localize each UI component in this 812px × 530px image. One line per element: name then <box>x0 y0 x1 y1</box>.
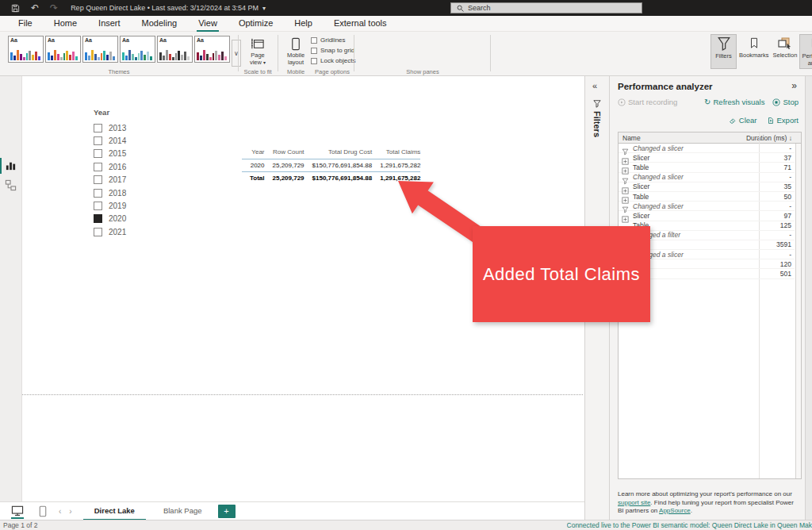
stop-button[interactable]: Stop <box>772 98 799 106</box>
checkbox-snap-to-grid[interactable]: Snap to grid <box>311 47 355 54</box>
menu-tab-home[interactable]: Home <box>51 16 80 32</box>
perf-event-row[interactable]: Slicer37 <box>619 153 795 163</box>
theme-2[interactable]: Aa <box>45 36 81 63</box>
slicer-item-2013[interactable]: 2013 <box>94 121 126 134</box>
scrollbar[interactable] <box>795 144 801 478</box>
filter-icon <box>622 202 629 209</box>
checkbox-unchecked[interactable] <box>94 189 102 198</box>
checkbox-unchecked[interactable] <box>94 124 102 132</box>
search-box[interactable] <box>450 2 642 13</box>
page-boundary-line <box>22 394 583 395</box>
checkbox-unchecked[interactable] <box>94 202 102 210</box>
bar <box>29 51 31 60</box>
performance-analyzer-icon <box>802 35 812 52</box>
checkbox-unchecked[interactable] <box>94 163 102 171</box>
performance-analyzer-pane-button[interactable]: Performanceanalyzer <box>799 34 812 69</box>
prev-page-icon[interactable]: ‹ <box>59 507 61 516</box>
menu-tab-modeling[interactable]: Modeling <box>139 16 181 32</box>
perf-event-row[interactable]: Table50 <box>619 192 795 202</box>
name-column-header[interactable]: Name <box>622 134 641 142</box>
search-input[interactable] <box>468 4 619 12</box>
divider <box>238 35 239 71</box>
next-page-icon[interactable]: › <box>69 507 71 516</box>
perf-event-row[interactable]: Table71 <box>619 163 795 172</box>
export-button[interactable]: Export <box>767 116 799 125</box>
collapse-pane-icon[interactable]: » <box>791 80 797 91</box>
checkbox-label: Gridlines <box>320 36 346 44</box>
year-slicer-visual[interactable]: Year 20132014201520162017201820192020202… <box>94 108 126 239</box>
menu-tab-external-tools[interactable]: External tools <box>331 16 390 32</box>
filters-pane-button[interactable]: Filters <box>710 34 737 69</box>
redo-icon[interactable]: ↷ <box>50 0 58 16</box>
selection-pane-button[interactable]: Selection <box>772 34 799 69</box>
model-view-icon[interactable] <box>5 179 17 192</box>
slicer-item-2016[interactable]: 2016 <box>94 160 126 173</box>
perf-event-row[interactable]: Changed a slicer- <box>619 144 795 153</box>
appsource-link[interactable]: AppSource <box>659 507 691 514</box>
page-tab-blank-page[interactable]: Blank Page <box>149 502 216 520</box>
perf-event-row[interactable]: Changed a slicer- <box>619 173 795 182</box>
menu-tab-file[interactable]: File <box>15 16 36 32</box>
theme-mini-chart <box>10 48 41 60</box>
slicer-item-2018[interactable]: 2018 <box>94 186 126 199</box>
duration-column-header[interactable]: Duration (ms) ↓ <box>746 134 792 142</box>
annotation-box: Added Total Claims <box>473 226 650 322</box>
mobile-layout-button[interactable]: Mobile layout <box>279 34 312 69</box>
bookmarks-pane-button[interactable]: Bookmarks <box>737 34 771 69</box>
perf-footer-text: Learn more about optimizing your report'… <box>618 490 797 516</box>
menu-tab-insert[interactable]: Insert <box>95 16 124 32</box>
report-view-icon[interactable] <box>5 159 17 172</box>
checkbox-unchecked[interactable] <box>94 175 102 184</box>
expand-pane-icon[interactable]: « <box>592 81 597 90</box>
slicer-item-2017[interactable]: 2017 <box>94 174 126 186</box>
perf-event-label: Changed a slicer <box>633 173 684 181</box>
page-view-button[interactable]: Page view ▾ <box>241 34 274 69</box>
perf-event-row[interactable]: Slicer97 <box>619 211 795 221</box>
menu-tab-optimize[interactable]: Optimize <box>236 16 276 32</box>
checkbox-unchecked[interactable] <box>94 136 102 145</box>
menu-tab-view[interactable]: View <box>195 16 220 32</box>
checkbox-unchecked[interactable] <box>94 228 102 236</box>
save-icon[interactable] <box>11 4 20 13</box>
mobile-view-icon[interactable] <box>35 504 51 518</box>
checkbox-unchecked[interactable] <box>94 149 102 158</box>
bar <box>200 56 202 60</box>
slicer-item-2020[interactable]: 2020 <box>94 213 126 225</box>
perf-event-row[interactable]: Slicer35 <box>619 182 795 192</box>
theme-default[interactable]: Aa <box>8 36 44 63</box>
theme-6[interactable]: Aa <box>194 36 230 63</box>
perf-event-row[interactable]: Changed a slicer- <box>619 202 795 211</box>
support-site-link[interactable]: support site <box>618 499 650 506</box>
new-page-button[interactable]: + <box>218 505 236 518</box>
bar <box>13 56 16 60</box>
start-recording-button[interactable]: Start recording <box>618 98 677 106</box>
slicer-item-2021[interactable]: 2021 <box>94 225 126 238</box>
table-cell: 25,209,729 <box>265 159 304 172</box>
menu-tab-help[interactable]: Help <box>291 16 316 32</box>
themes-group-label: Themes <box>0 68 238 75</box>
clear-button[interactable]: Clear <box>729 116 757 125</box>
slicer-item-2015[interactable]: 2015 <box>94 148 126 160</box>
checkbox-lock-objects[interactable]: Lock objects <box>311 57 355 64</box>
title-dropdown-icon[interactable]: ▾ <box>262 5 266 12</box>
checkbox-checked[interactable] <box>94 214 102 223</box>
theme-4[interactable]: Aa <box>120 36 155 63</box>
slicer-item-label: 2021 <box>109 228 126 236</box>
refresh-visuals-button[interactable]: ↻ Refresh visuals <box>704 98 764 106</box>
filters-pane-label[interactable]: Filters <box>592 111 602 137</box>
page-tab-direct-lake[interactable]: Direct Lake <box>80 502 149 520</box>
slicer-item-2014[interactable]: 2014 <box>94 134 126 147</box>
checkbox-box <box>311 37 317 44</box>
table-total-cell: 25,209,729 <box>265 172 304 185</box>
desktop-view-icon[interactable] <box>10 504 25 518</box>
theme-5[interactable]: Aa <box>157 36 193 63</box>
slicer-item-label: 2018 <box>109 189 126 198</box>
checkbox-label: Snap to grid <box>320 47 354 54</box>
theme-3[interactable]: Aa <box>82 36 118 63</box>
undo-icon[interactable]: ↶ <box>31 0 39 16</box>
bar <box>132 54 134 60</box>
perf-event-duration: - <box>789 251 791 259</box>
checkbox-box <box>311 48 317 54</box>
checkbox-gridlines[interactable]: Gridlines <box>311 36 355 44</box>
slicer-item-2019[interactable]: 2019 <box>94 199 126 212</box>
